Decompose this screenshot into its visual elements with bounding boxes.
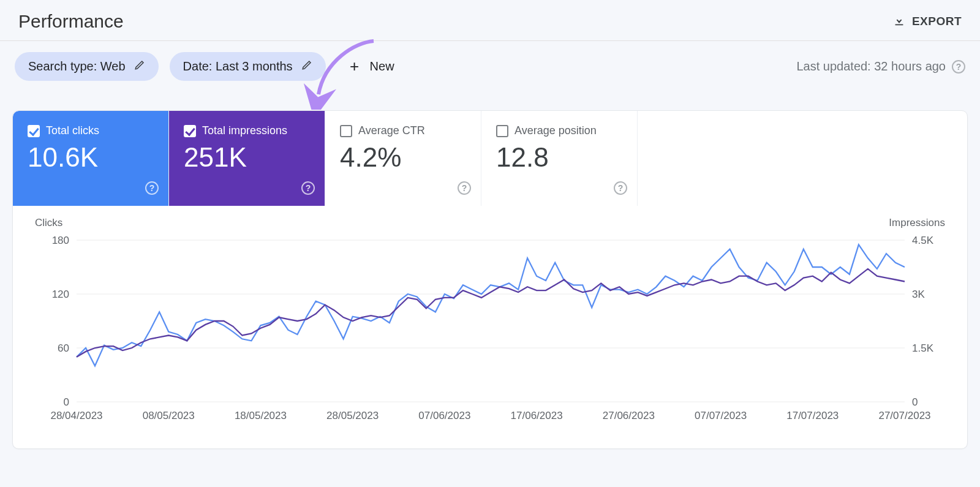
- help-icon[interactable]: [145, 181, 159, 195]
- download-icon: [892, 13, 906, 30]
- export-label: EXPORT: [912, 15, 962, 28]
- svg-text:0: 0: [64, 396, 69, 408]
- help-icon[interactable]: [952, 60, 965, 74]
- performance-card: Total clicks 10.6K Total impressions 251…: [12, 110, 968, 449]
- performance-chart: 1801206004.5K3K1.5K028/04/202308/05/2023…: [31, 222, 950, 430]
- metric-tiles: Total clicks 10.6K Total impressions 251…: [13, 111, 967, 206]
- svg-text:120: 120: [52, 289, 69, 300]
- svg-text:28/04/2023: 28/04/2023: [50, 410, 102, 421]
- filter-chip-date-label: Date: Last 3 months: [183, 59, 293, 74]
- chart-container: Clicks Impressions 1801206004.5K3K1.5K02…: [13, 206, 967, 448]
- filter-chip-search-type-label: Search type: Web: [28, 59, 126, 74]
- metric-value: 251K: [184, 142, 310, 173]
- svg-text:27/07/2023: 27/07/2023: [878, 410, 930, 421]
- svg-text:28/05/2023: 28/05/2023: [326, 410, 379, 421]
- help-icon[interactable]: [614, 181, 627, 195]
- page-title: Performance: [18, 11, 124, 32]
- svg-text:17/06/2023: 17/06/2023: [511, 410, 563, 421]
- export-button[interactable]: EXPORT: [892, 13, 962, 30]
- metric-label: Average position: [514, 124, 597, 137]
- metric-value: 4.2%: [340, 142, 466, 173]
- y-axis-right-title: Impressions: [889, 217, 945, 229]
- last-updated: Last updated: 32 hours ago: [796, 59, 965, 74]
- svg-text:17/07/2023: 17/07/2023: [786, 410, 839, 421]
- svg-text:07/06/2023: 07/06/2023: [418, 410, 470, 421]
- svg-text:3K: 3K: [912, 289, 925, 300]
- svg-text:0: 0: [912, 396, 918, 408]
- metric-label: Total impressions: [202, 124, 287, 137]
- svg-text:18/05/2023: 18/05/2023: [235, 410, 287, 421]
- plus-icon: +: [348, 57, 361, 76]
- metric-tile-total-clicks[interactable]: Total clicks 10.6K: [13, 111, 169, 206]
- svg-text:1.5K: 1.5K: [912, 342, 934, 354]
- add-filter-button[interactable]: + New: [337, 57, 398, 76]
- svg-text:60: 60: [58, 342, 69, 354]
- pencil-icon: [134, 59, 145, 74]
- filter-chip-search-type[interactable]: Search type: Web: [15, 52, 159, 81]
- filter-chip-date[interactable]: Date: Last 3 months: [170, 52, 326, 81]
- metric-tile-average-ctr[interactable]: Average CTR 4.2%: [325, 111, 481, 206]
- svg-text:4.5K: 4.5K: [912, 235, 934, 246]
- help-icon[interactable]: [458, 181, 471, 195]
- filters-row: Search type: Web Date: Last 3 months + N…: [0, 41, 980, 110]
- metric-label: Total clicks: [46, 124, 99, 137]
- header-bar: Performance EXPORT: [0, 0, 980, 41]
- svg-text:27/06/2023: 27/06/2023: [603, 410, 655, 421]
- svg-text:08/05/2023: 08/05/2023: [143, 410, 195, 421]
- checkbox-checked-icon: [184, 125, 196, 137]
- checkbox-checked-icon: [28, 125, 40, 137]
- pencil-icon: [301, 59, 312, 74]
- metric-label: Average CTR: [358, 124, 425, 137]
- metric-value: 10.6K: [28, 142, 154, 173]
- add-filter-label: New: [370, 59, 394, 74]
- checkbox-unchecked-icon: [496, 125, 508, 137]
- metric-value: 12.8: [496, 142, 622, 173]
- svg-text:180: 180: [52, 235, 69, 246]
- metric-tile-average-position[interactable]: Average position 12.8: [481, 111, 638, 206]
- checkbox-unchecked-icon: [340, 125, 352, 137]
- y-axis-left-title: Clicks: [35, 217, 62, 229]
- metric-tile-total-impressions[interactable]: Total impressions 251K: [169, 111, 325, 206]
- svg-text:07/07/2023: 07/07/2023: [695, 410, 747, 421]
- last-updated-text: Last updated: 32 hours ago: [796, 59, 946, 74]
- help-icon[interactable]: [301, 181, 315, 195]
